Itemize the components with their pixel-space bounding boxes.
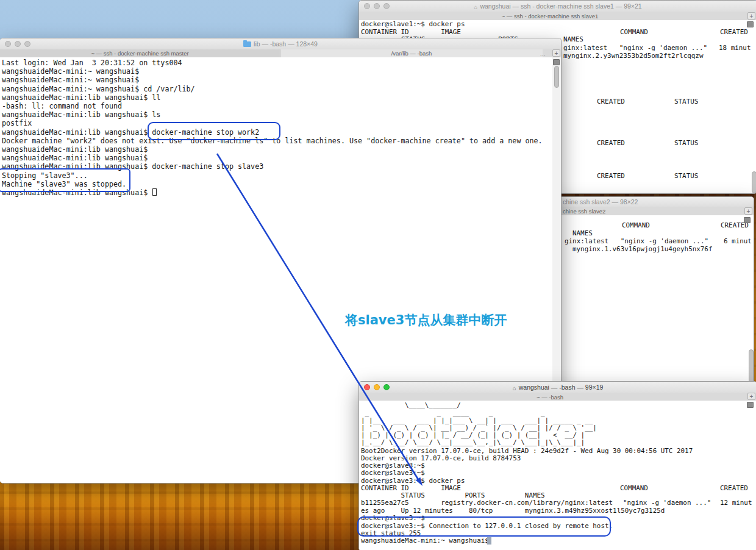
terminal-content-slave2[interactable]: COMMANDCREATEDNAMESginx:latest "nginx -g… [537, 215, 754, 384]
pane-marker-icon [747, 21, 754, 27]
window-title-text: lib — -bash — 128×49 [254, 40, 318, 48]
terminal-text-fragment: COMMAND [620, 485, 648, 492]
terminal-text-fragment: CREATED [720, 485, 748, 492]
terminal-text-fragment: CREATED [597, 140, 625, 147]
pane-marker-icon [553, 59, 560, 65]
terminal-text-fragment: 12 minut [720, 499, 752, 507]
scrollbar-thumb[interactable] [749, 349, 754, 383]
terminal-text-fragment: NAMES [572, 230, 593, 237]
window-title: lib — -bash — 128×49 [37, 40, 524, 48]
terminal-output: COMMANDCREATEDNAMESginx:latest "nginx -g… [537, 197, 754, 384]
terminal-text-fragment: COMMAND [622, 222, 650, 229]
terminal-text-fragment: 6 minut [724, 238, 752, 245]
zoom-button-icon[interactable] [24, 41, 30, 47]
terminal-text-fragment: wangshuaideMac-mini:~ wangshuai$ [361, 537, 493, 545]
terminal-window-slave2[interactable]: chine ssh slave2 — 98×22 chine ssh slave… [537, 196, 754, 384]
folder-icon [243, 41, 251, 47]
terminal-text-fragment: CREATED [597, 98, 625, 105]
close-button-icon[interactable] [5, 41, 11, 47]
terminal-text-fragment: STATUS [674, 98, 698, 105]
highlight-box-slave3-stopped [0, 168, 130, 192]
terminal-text-fragment: ginx:latest "nginx -g 'daemon ..." [563, 45, 707, 52]
terminal-text-fragment: docker@slave1:~$ docker ps [361, 21, 465, 28]
minimize-button-icon[interactable] [15, 41, 21, 47]
tab-var-lib-bash[interactable]: /var/lib — -bash [280, 49, 543, 57]
terminal-text-fragment: mynginx.1.v63v16pwjogj1u4geyh5nx76f [572, 246, 713, 253]
tab-overflow-indicator[interactable]: … [540, 50, 546, 57]
terminal-text-fragment: CREATED [597, 173, 625, 180]
terminal-text-fragment: STATUS [674, 173, 698, 180]
terminal-text-fragment: docker@slave3:~$ [361, 470, 429, 477]
window-controls[interactable] [5, 41, 30, 47]
highlight-box-stop-work2 [148, 122, 280, 140]
terminal-text-fragment: \____\_______/ [405, 402, 461, 409]
new-tab-button[interactable]: + [552, 49, 560, 57]
terminal-cursor [487, 537, 491, 545]
terminal-cursor [152, 188, 157, 196]
tab-ssh-master[interactable]: ~ — ssh - docker-machine ssh master [0, 49, 280, 57]
terminal-text-fragment: CREATED [720, 29, 748, 36]
terminal-text-fragment: STATUS [674, 140, 698, 147]
terminal-text-fragment: NAMES [563, 36, 583, 43]
annotation-label: 将slave3节点从集群中断开 [345, 312, 507, 329]
terminal-text-fragment: "nginx -g 'daemon ..." [623, 499, 711, 507]
terminal-text-fragment: b11255ea27c5 registry.docker-cn.com/libr… [361, 499, 613, 507]
scrollbar-thumb[interactable] [752, 171, 756, 193]
tabbar-master[interactable]: ~ — ssh - docker-machine ssh master /var… [0, 49, 561, 58]
terminal-text-fragment: 18 minut [719, 45, 751, 52]
terminal-text-fragment: mynginx.2.y3wn2353b2d5om2ft2rlcqqzw [563, 52, 704, 60]
pane-marker-icon [747, 402, 754, 408]
pane-marker-icon [744, 217, 751, 223]
highlight-box-connection-closed [357, 516, 611, 537]
terminal-text-fragment: COMMAND [620, 29, 648, 36]
scrollbar-thumb[interactable] [554, 66, 559, 88]
terminal-text-fragment: |_.__/ \___/ \___/ \__|_____\__,_|\___/ … [361, 439, 585, 446]
terminal-text-fragment: ginx:latest "nginx -g 'daemon ..." [565, 238, 708, 245]
titlebar-master[interactable]: lib — -bash — 128×49 [0, 38, 561, 50]
